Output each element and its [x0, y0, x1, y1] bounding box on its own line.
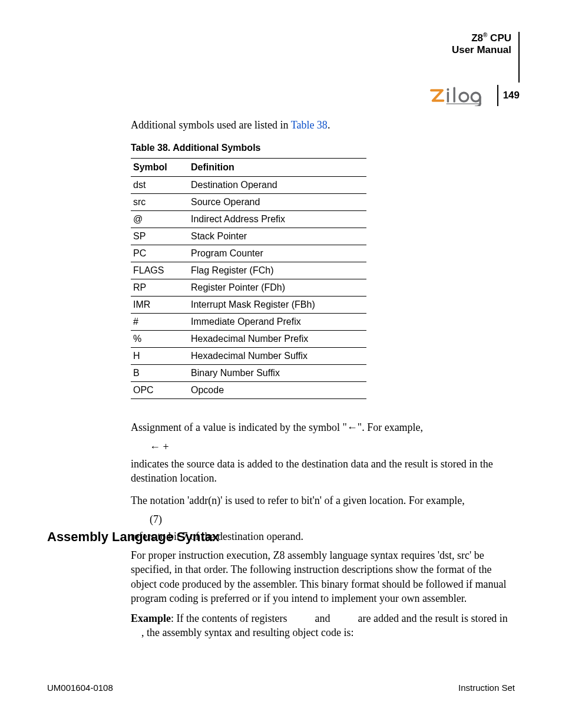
table-row: %Hexadecimal Number Prefix — [131, 331, 366, 348]
symbol-cell: FLAGS — [131, 262, 189, 279]
symbol-cell: RP — [131, 279, 189, 297]
svg-point-4 — [471, 93, 480, 101]
svg-point-1 — [447, 88, 449, 91]
table-row: IMRInterrupt Mask Register (FBh) — [131, 297, 366, 314]
assignment-result: indicates the source data is added to th… — [131, 457, 508, 486]
table-row: srcSource Operand — [131, 194, 366, 211]
definition-cell: Hexadecimal Number Prefix — [189, 331, 366, 348]
table-row: dstDestination Operand — [131, 177, 366, 194]
table-row: PCProgram Counter — [131, 245, 366, 262]
symbol-cell: H — [131, 348, 189, 365]
definition-cell: Hexadecimal Number Suffix — [189, 348, 366, 365]
table-row: RPRegister Pointer (FDh) — [131, 279, 366, 297]
definition-cell: Destination Operand — [189, 177, 366, 194]
logo-row: 149 — [378, 85, 520, 106]
definition-cell: Interrupt Mask Register (FBh) — [189, 297, 366, 314]
doc-title-line2: User Manual — [378, 44, 511, 56]
syntax-body: For proper instruction execution, Z8 ass… — [131, 548, 508, 646]
symbol-cell: @ — [131, 211, 189, 228]
footer-left: UM001604-0108 — [47, 683, 113, 693]
example-text-b: and — [312, 612, 333, 624]
symbol-cell: # — [131, 314, 189, 331]
definition-cell: Opcode — [189, 382, 366, 399]
symbol-cell: B — [131, 365, 189, 382]
assignment-paragraph: Assignment of a value is indicated by th… — [131, 420, 508, 434]
assignment-expression: ← + — [150, 441, 508, 453]
symbol-cell: OPC — [131, 382, 189, 399]
table-header-row: Symbol Definition — [131, 159, 366, 177]
title-post: CPU — [487, 32, 511, 44]
doc-title-line1: Z8® CPU — [378, 32, 511, 44]
symbol-cell: dst — [131, 177, 189, 194]
content-body: Additional symbols used are listed in Ta… — [131, 118, 508, 550]
table-row: #Immediate Operand Prefix — [131, 314, 366, 331]
table-row: FLAGSFlag Register (FCh) — [131, 262, 366, 279]
table-row: BBinary Number Suffix — [131, 365, 366, 382]
intro-post: . — [328, 119, 330, 131]
col-header-symbol: Symbol — [131, 159, 189, 177]
symbol-cell: PC — [131, 245, 189, 262]
definition-cell: Register Pointer (FDh) — [189, 279, 366, 297]
title-pre: Z8 — [471, 32, 483, 44]
symbol-cell: IMR — [131, 297, 189, 314]
intro-pre: Additional symbols used are listed in — [131, 119, 291, 131]
page-number: 149 — [497, 85, 520, 106]
table-row: @Indirect Address Prefix — [131, 211, 366, 228]
page-header: Z8® CPU User Manual 149 — [378, 32, 520, 106]
svg-point-3 — [459, 93, 468, 101]
example-label: Example — [131, 612, 171, 624]
footer-right: Instruction Set — [458, 683, 515, 693]
definition-cell: Source Operand — [189, 194, 366, 211]
definition-cell: Stack Pointer — [189, 228, 366, 245]
symbol-cell: % — [131, 331, 189, 348]
notation-paragraph: The notation 'addr(n)' is used to refer … — [131, 493, 508, 508]
table-caption: Table 38. Additional Symbols — [131, 143, 508, 153]
doc-title-block: Z8® CPU User Manual — [378, 32, 520, 83]
table-row: OPCOpcode — [131, 382, 366, 399]
page-footer: UM001604-0108 Instruction Set — [47, 683, 515, 693]
page: Z8® CPU User Manual 149 — [0, 0, 562, 728]
symbol-cell: SP — [131, 228, 189, 245]
definition-cell: Indirect Address Prefix — [189, 211, 366, 228]
example-text-d: , the assembly syntax and resulting obje… — [141, 627, 353, 638]
example-text-c: are added and the result is stored in — [355, 612, 508, 624]
definition-cell: Binary Number Suffix — [189, 365, 366, 382]
table-38-link[interactable]: Table 38 — [291, 119, 328, 131]
assembly-language-syntax-heading: Assembly Language Syntax — [47, 529, 507, 545]
table-row: HHexadecimal Number Suffix — [131, 348, 366, 365]
notation-expression: (7) — [150, 513, 508, 526]
additional-symbols-table: Symbol Definition dstDestination Operand… — [131, 158, 366, 399]
example-text-a: : If the contents of registers — [171, 612, 290, 624]
definition-cell: Immediate Operand Prefix — [189, 314, 366, 331]
col-header-definition: Definition — [189, 159, 366, 177]
example-paragraph: Example: If the contents of registers an… — [131, 611, 508, 640]
zilog-logo-icon — [429, 85, 492, 106]
definition-cell: Program Counter — [189, 245, 366, 262]
definition-cell: Flag Register (FCh) — [189, 262, 366, 279]
syntax-paragraph: For proper instruction execution, Z8 ass… — [131, 548, 508, 605]
intro-paragraph: Additional symbols used are listed in Ta… — [131, 118, 508, 132]
table-row: SPStack Pointer — [131, 228, 366, 245]
symbol-cell: src — [131, 194, 189, 211]
